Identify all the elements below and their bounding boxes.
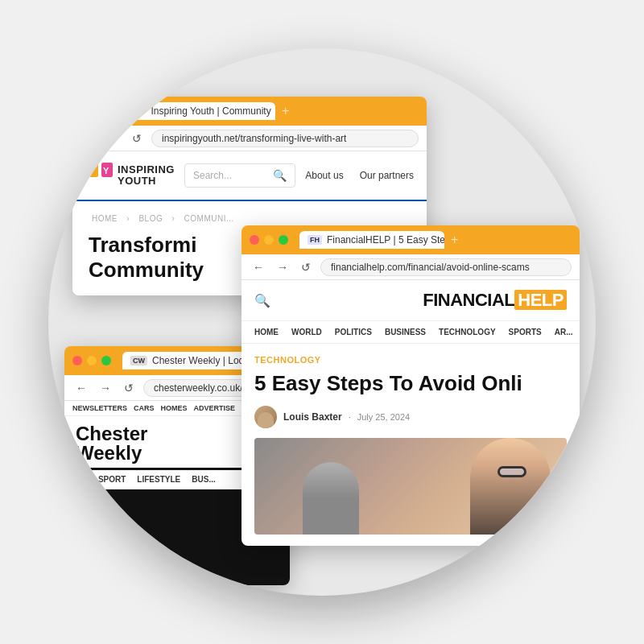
fnav-sports[interactable]: SPORTS (509, 328, 542, 336)
financial-search-icon[interactable]: 🔍 (254, 293, 270, 308)
fnav-technology[interactable]: TECHNOLOGY (439, 328, 496, 336)
tab-financial-active[interactable]: FH FinancialHELP | 5 Easy Steps... ✕ (299, 231, 444, 249)
refresh-button-financial[interactable]: ↺ (298, 259, 314, 275)
search-icon: 🔍 (273, 169, 287, 182)
close-dot[interactable] (80, 106, 90, 116)
article-category: TECHNOLOGY (254, 355, 567, 365)
nav-about[interactable]: About us (305, 170, 343, 181)
chrome-inspiring: IY Inspiring Youth | Community ✕ + (72, 97, 427, 126)
main-circle: IY Inspiring Youth | Community ✕ + ← → ↺… (48, 48, 596, 596)
author-avatar (254, 406, 277, 428)
inspiring-logo: I Y INSPIRING YOUTH (85, 161, 175, 190)
fnav-more[interactable]: AR... (555, 328, 573, 336)
refresh-button[interactable]: ↺ (129, 130, 145, 147)
content-financial: 🔍 FINANCIALHELP HOME WORLD POLITICS BUSI… (242, 280, 580, 546)
financial-article-content: TECHNOLOGY 5 Easy Steps To Avoid Onli Lo… (242, 344, 580, 546)
tab-label-financial: FinancialHELP | 5 Easy Steps... (327, 234, 444, 246)
inspiring-logo-text: INSPIRING YOUTH (118, 164, 175, 188)
breadcrumb: HOME › BLOG › COMMUNI... (89, 214, 411, 223)
nav-partners[interactable]: Our partners (360, 170, 414, 181)
inspiring-top-nav: About us Our partners (305, 170, 414, 181)
article-image (254, 438, 567, 535)
new-tab-btn[interactable]: + (282, 104, 289, 118)
toolbar-inspiring: ← → ↺ inspiringyouth.net/transforming-li… (72, 126, 427, 151)
glasses-decoration (497, 466, 526, 477)
refresh-button-chester[interactable]: ↺ (121, 380, 137, 396)
tab-inspiring-active[interactable]: IY Inspiring Youth | Community ✕ (130, 102, 275, 120)
back-button-chester[interactable]: ← (72, 380, 90, 396)
fnav-world[interactable]: WORLD (291, 328, 322, 336)
back-button-financial[interactable]: ← (250, 259, 267, 275)
fnav-politics[interactable]: POLITICS (335, 328, 372, 336)
tab-favicon: IY (138, 107, 146, 116)
author-date: July 25, 2024 (357, 412, 410, 422)
fnav-business[interactable]: BUSINESS (385, 328, 426, 336)
tab-label-inspiring: Inspiring Youth | Community (151, 105, 270, 117)
nav-cars[interactable]: CARS (134, 404, 155, 412)
financial-site-header: 🔍 FINANCIALHELP (242, 280, 580, 321)
author-name: Louis Baxter (283, 411, 342, 423)
subnav-lifestyle[interactable]: LIFESTYLE (137, 475, 180, 484)
toolbar-financial: ← → ↺ financialhelp.com/financial/avoid-… (242, 254, 580, 280)
svg-text:I: I (89, 165, 92, 176)
forward-button-chester[interactable]: → (97, 380, 114, 396)
tab-area-financial: FH FinancialHELP | 5 Easy Steps... ✕ + (299, 231, 572, 249)
person-silhouette-1 (470, 438, 551, 535)
article-title-financial: 5 Easy Steps To Avoid Onli (254, 371, 567, 396)
person-silhouette-2 (303, 462, 359, 535)
maximize-dot-chester[interactable] (101, 356, 111, 365)
new-tab-btn-financial[interactable]: + (451, 233, 458, 247)
iy-logo-mark: I Y (85, 161, 114, 190)
inspiring-site-header: I Y INSPIRING YOUTH Search... 🔍 About us (72, 151, 427, 201)
forward-button[interactable]: → (105, 130, 122, 147)
minimize-dot[interactable] (95, 106, 105, 116)
forward-button-financial[interactable]: → (274, 259, 291, 275)
tab-favicon-chester: CW (130, 356, 147, 365)
inspiring-search-bar[interactable]: Search... 🔍 (184, 163, 295, 188)
minimize-dot-financial[interactable] (264, 235, 274, 245)
fnav-home[interactable]: HOME (254, 328, 279, 336)
chrome-financial: FH FinancialHELP | 5 Easy Steps... ✕ + (242, 225, 580, 254)
maximize-dot-financial[interactable] (279, 235, 288, 245)
financial-top-nav: HOME WORLD POLITICS BUSINESS TECHNOLOGY … (242, 321, 580, 344)
subnav-bus[interactable]: BUS... (192, 475, 215, 484)
tab-area-inspiring: IY Inspiring Youth | Community ✕ + (130, 102, 419, 120)
close-dot-chester[interactable] (72, 356, 82, 365)
financial-logo-highlight: HELP (514, 290, 567, 310)
address-bar-financial[interactable]: financialhelp.com/financial/avoid-online… (320, 258, 572, 276)
close-dot-financial[interactable] (250, 235, 259, 245)
financial-logo: FINANCIALHELP (423, 290, 567, 311)
nav-homes[interactable]: HOMES (161, 404, 188, 412)
maximize-dot[interactable] (109, 106, 119, 116)
subnav-sport[interactable]: SPORT (98, 475, 126, 484)
back-button[interactable]: ← (80, 130, 98, 147)
author-row: Louis Baxter · July 25, 2024 (254, 406, 567, 428)
address-bar-inspiring[interactable]: inspiringyouth.net/transforming-live-wit… (151, 130, 419, 147)
minimize-dot-chester[interactable] (87, 356, 97, 365)
tab-favicon-financial: FH (308, 235, 322, 245)
nav-advertise[interactable]: ADVERTISE (194, 404, 236, 412)
svg-text:Y: Y (103, 166, 109, 175)
browser-financial: FH FinancialHELP | 5 Easy Steps... ✕ + ←… (242, 225, 580, 546)
subnav-us[interactable]: US (76, 475, 87, 484)
nav-newsletters[interactable]: NEWSLETTERS (72, 404, 127, 412)
author-separator: · (349, 412, 351, 422)
